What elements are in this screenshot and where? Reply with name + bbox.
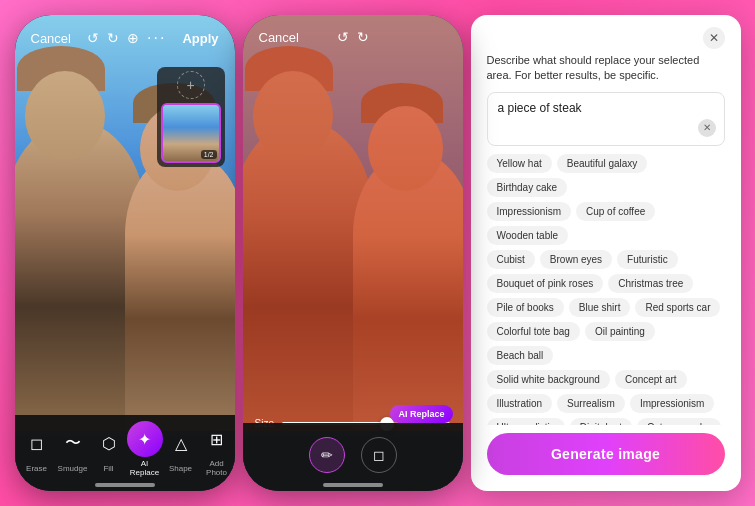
layers-icon[interactable]: ⊕ <box>127 30 139 46</box>
toolbar-ai-replace[interactable]: ✦ AI Replace <box>127 421 163 477</box>
prompt-input-value[interactable]: a piece of steak <box>498 101 714 115</box>
tag-digital-art[interactable]: Digital art <box>570 418 632 425</box>
clear-input-button[interactable]: ✕ <box>698 119 716 137</box>
cancel-button-1[interactable]: Cancel <box>31 31 71 46</box>
tag-illustration[interactable]: Illustration <box>487 394 553 413</box>
brush-tool-eraser[interactable]: ◻ <box>361 437 397 473</box>
selection-overlay <box>243 15 463 431</box>
tags-row-8: Ultra-realistic Digital art Octane rende… <box>487 418 725 425</box>
thumbnail-overlay: + 1/2 <box>157 67 225 167</box>
suggestion-tags-container: Yellow hat Beautiful galaxy Birthday cak… <box>471 154 741 425</box>
tags-row-6: Solid white background Concept art <box>487 370 725 389</box>
tag-oil-painting[interactable]: Oil painting <box>585 322 655 341</box>
tag-yellow-hat[interactable]: Yellow hat <box>487 154 552 173</box>
erase-icon: ◻ <box>30 434 43 453</box>
more-options-icon[interactable]: ··· <box>147 29 166 47</box>
tag-beautiful-galaxy[interactable]: Beautiful galaxy <box>557 154 648 173</box>
add-layer-button[interactable]: + <box>177 71 205 99</box>
bottom-toolbar-1: ◻ Erase 〜 Smudge ⬡ Fill <box>15 415 235 491</box>
smudge-icon: 〜 <box>65 433 81 454</box>
tag-christmas-tree[interactable]: Christmas tree <box>608 274 693 293</box>
tag-concept-art[interactable]: Concept art <box>615 370 687 389</box>
tags-row-7: Illustration Surrealism Impressionism <box>487 394 725 413</box>
tag-bouquet[interactable]: Bouquet of pink roses <box>487 274 604 293</box>
toolbar-fill[interactable]: ⬡ Fill <box>91 426 127 473</box>
tag-brown-eyes[interactable]: Brown eyes <box>540 250 612 269</box>
top-bar-phone1: Cancel ↺ ↻ ⊕ ··· Apply <box>15 15 235 55</box>
tags-row-5: Colorful tote bag Oil painting Beach bal… <box>487 322 725 365</box>
toolbar-smudge[interactable]: 〜 Smudge <box>55 426 91 473</box>
panel-header: ✕ <box>471 15 741 53</box>
phone-panel-2: Cancel ↺ ↻ AI Replace Size 36 <box>243 15 463 491</box>
home-indicator <box>95 483 155 487</box>
ai-replace-panel: ✕ Describe what should replace your sele… <box>471 15 741 491</box>
add-photo-icon: ⊞ <box>210 430 223 449</box>
redo-icon[interactable]: ↻ <box>107 30 119 46</box>
tag-octane-render[interactable]: Octane render <box>637 418 721 425</box>
tags-row-3: Bouquet of pink roses Christmas tree <box>487 274 725 293</box>
tags-row-1: Impressionism Cup of coffee Wooden table <box>487 202 725 245</box>
redo-icon-2[interactable]: ↻ <box>357 29 369 45</box>
panel-description: Describe what should replace your select… <box>471 53 741 92</box>
tag-pile-of-books[interactable]: Pile of books <box>487 298 564 317</box>
prompt-input-area[interactable]: a piece of steak ✕ <box>487 92 725 146</box>
eraser-icon: ◻ <box>373 447 385 463</box>
undo-icon-2[interactable]: ↺ <box>337 29 349 45</box>
bottom-toolbar-2: ✏ ◻ <box>243 423 463 491</box>
cancel-button-2[interactable]: Cancel <box>259 30 299 45</box>
undo-icon[interactable]: ↺ <box>87 30 99 46</box>
tags-row-4: Pile of books Blue shirt Red sports car <box>487 298 725 317</box>
tags-row-2: Cubist Brown eyes Futuristic <box>487 250 725 269</box>
home-indicator-2 <box>323 483 383 487</box>
tag-cubist[interactable]: Cubist <box>487 250 535 269</box>
toolbar-add-photo[interactable]: ⊞ Add Photo <box>199 421 235 477</box>
generate-image-button[interactable]: Generate image <box>487 433 725 475</box>
tag-wooden-table[interactable]: Wooden table <box>487 226 569 245</box>
tag-impressionism-1[interactable]: Impressionism <box>487 202 571 221</box>
tag-red-sports-car[interactable]: Red sports car <box>635 298 720 317</box>
tags-row-0: Yellow hat Beautiful galaxy Birthday cak… <box>487 154 725 197</box>
tag-blue-shirt[interactable]: Blue shirt <box>569 298 631 317</box>
apply-button[interactable]: Apply <box>182 31 218 46</box>
ai-replace-icon: ✦ <box>138 430 151 449</box>
layer-thumbnail[interactable]: 1/2 <box>161 103 221 163</box>
tag-cup-of-coffee[interactable]: Cup of coffee <box>576 202 655 221</box>
close-panel-button[interactable]: ✕ <box>703 27 725 49</box>
shape-icon: △ <box>175 434 187 453</box>
toolbar-shape[interactable]: △ Shape <box>163 426 199 473</box>
phone-panel-1: Cancel ↺ ↻ ⊕ ··· Apply + 1/2 <box>15 15 235 491</box>
tag-ultra-realistic[interactable]: Ultra-realistic <box>487 418 565 425</box>
ai-replace-active-badge[interactable]: AI Replace <box>390 405 452 423</box>
tag-colorful-tote-bag[interactable]: Colorful tote bag <box>487 322 580 341</box>
tag-solid-white-bg[interactable]: Solid white background <box>487 370 610 389</box>
tag-birthday-cake[interactable]: Birthday cake <box>487 178 568 197</box>
top-bar-phone2: Cancel ↺ ↻ <box>243 15 463 53</box>
paintbrush-icon: ✏ <box>321 447 333 463</box>
brush-tool-paint[interactable]: ✏ <box>309 437 345 473</box>
fill-icon: ⬡ <box>102 434 116 453</box>
layer-badge: 1/2 <box>201 150 217 159</box>
tag-impressionism-2[interactable]: Impressionism <box>630 394 714 413</box>
tag-surrealism[interactable]: Surrealism <box>557 394 625 413</box>
toolbar-erase[interactable]: ◻ Erase <box>19 426 55 473</box>
tag-futuristic[interactable]: Futuristic <box>617 250 678 269</box>
tag-beach-ball[interactable]: Beach ball <box>487 346 554 365</box>
